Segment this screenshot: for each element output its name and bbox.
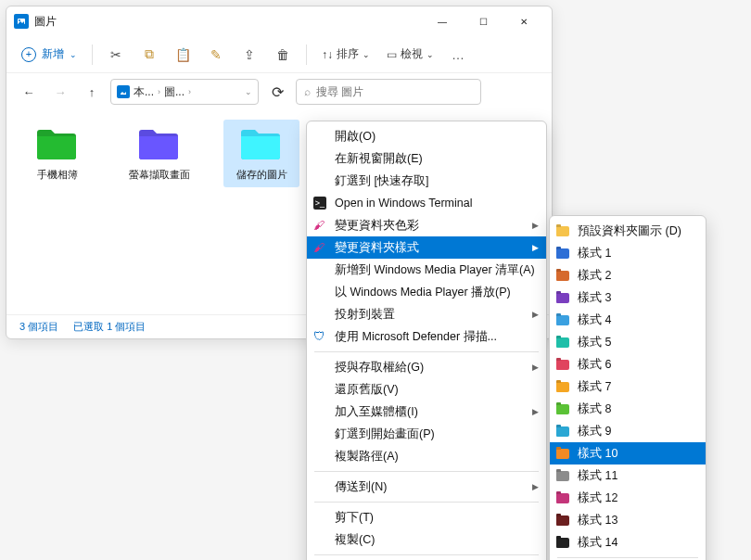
- separator: [306, 45, 307, 65]
- share-icon[interactable]: ⇪: [235, 41, 263, 69]
- chevron-right-icon: ›: [188, 87, 191, 96]
- close-button[interactable]: ✕: [503, 7, 544, 35]
- menu-item[interactable]: 複製(C): [307, 528, 546, 551]
- menu-item[interactable]: 剪下(T): [307, 506, 546, 528]
- menu-item[interactable]: 預設資料夾圖示 (D): [550, 220, 706, 242]
- menu-item-label: 投射到裝置: [335, 307, 395, 323]
- menu-item[interactable]: 🖌變更資料夾樣式▶: [307, 236, 546, 259]
- separator: [92, 45, 93, 65]
- menu-item[interactable]: 樣式 6: [550, 353, 706, 375]
- new-button[interactable]: + 新增 ⌄: [16, 43, 83, 66]
- menu-item-label: 變更資料夾樣式: [335, 240, 419, 256]
- menu-item[interactable]: 🛡使用 Microsoft Defender 掃描...: [307, 325, 546, 348]
- menu-item-label: 在新視窗開啟(E): [335, 151, 423, 167]
- menu-item[interactable]: 樣式 14: [550, 531, 706, 554]
- chevron-right-icon: ▶: [532, 221, 539, 230]
- shield-icon: 🛡: [312, 329, 327, 344]
- sort-dropdown[interactable]: ↑↓ 排序 ⌄: [316, 43, 376, 66]
- chevron-down-icon[interactable]: ⌄: [245, 87, 252, 96]
- menu-item[interactable]: 授與存取權給(G)▶: [307, 356, 546, 378]
- folder-color-icon: [555, 290, 570, 305]
- menu-item-label: 以 Windows Media Player 播放(P): [335, 285, 511, 300]
- menu-item[interactable]: 開啟(O): [307, 125, 546, 147]
- menu-item[interactable]: 複製路徑(A): [307, 445, 546, 467]
- rename-icon[interactable]: ✎: [202, 41, 230, 69]
- menu-separator: [314, 471, 539, 472]
- new-button-label: 新增: [42, 46, 64, 62]
- search-input[interactable]: [316, 85, 473, 98]
- sub-context-menu: 預設資料夾圖示 (D)樣式 1樣式 2樣式 3樣式 4樣式 5樣式 6樣式 7樣…: [549, 215, 706, 560]
- menu-item[interactable]: 樣式 11: [550, 465, 706, 487]
- chevron-right-icon: ›: [158, 87, 160, 96]
- menu-item[interactable]: 新增到 Windows Media Player 清單(A): [307, 259, 546, 281]
- menu-separator: [314, 554, 539, 555]
- menu-item-label: 樣式 5: [578, 335, 611, 350]
- menu-item[interactable]: 樣式 10: [550, 442, 706, 465]
- chevron-down-icon: ⌄: [70, 50, 77, 59]
- copy-icon[interactable]: ⧉: [135, 41, 163, 69]
- menu-item-label: 還原舊版(V): [335, 382, 399, 398]
- back-button[interactable]: ←: [16, 79, 42, 105]
- more-button[interactable]: …: [445, 41, 473, 69]
- refresh-button[interactable]: ⟳: [264, 79, 290, 105]
- menu-item-label: 傳送到(N): [335, 479, 387, 495]
- menu-item[interactable]: 樣式 9: [550, 420, 706, 442]
- menu-item[interactable]: 釘選到 [快速存取]: [307, 170, 546, 192]
- folder-item[interactable]: 螢幕擷取畫面: [121, 120, 197, 187]
- folder-item[interactable]: 手機相簿: [19, 120, 95, 187]
- folder-icon: [238, 125, 285, 162]
- menu-item[interactable]: 樣式 8: [550, 398, 706, 420]
- menu-item-label: 複製(C): [335, 532, 375, 548]
- view-dropdown[interactable]: ▭ 檢視 ⌄: [381, 43, 439, 66]
- menu-item[interactable]: 樣式 5: [550, 331, 706, 353]
- menu-item-label: 樣式 3: [578, 290, 611, 306]
- plus-icon: +: [21, 47, 36, 62]
- menu-item[interactable]: 樣式 13: [550, 509, 706, 531]
- menu-item[interactable]: 還原舊版(V): [307, 378, 546, 401]
- cut-icon[interactable]: ✂: [102, 41, 130, 69]
- crumb-current: 圖...: [164, 84, 185, 100]
- menu-item-label: 加入至媒體櫃(I): [335, 404, 418, 420]
- chevron-right-icon: ▶: [532, 407, 539, 416]
- menu-item[interactable]: 樣式 3: [550, 286, 706, 309]
- chevron-down-icon: ⌄: [363, 50, 370, 59]
- menu-item[interactable]: 以 Windows Media Player 播放(P): [307, 281, 546, 303]
- up-button[interactable]: ↑: [79, 79, 105, 105]
- minimize-button[interactable]: —: [422, 7, 463, 35]
- menu-item-label: 使用 Microsoft Defender 掃描...: [335, 329, 497, 345]
- menu-item-label: 樣式 10: [578, 446, 617, 462]
- menu-item[interactable]: 樣式 4: [550, 309, 706, 331]
- menu-separator: [557, 557, 698, 558]
- folder-item[interactable]: 儲存的圖片: [223, 120, 299, 187]
- folder-label: 儲存的圖片: [236, 168, 287, 182]
- address-bar[interactable]: 本... › 圖... › ⌄: [110, 79, 259, 105]
- search-box[interactable]: ⌕: [296, 79, 481, 105]
- menu-item[interactable]: 在新視窗開啟(E): [307, 147, 546, 170]
- titlebar: 圖片 — ☐ ✕: [6, 6, 552, 36]
- paste-icon[interactable]: 📋: [169, 41, 197, 69]
- menu-item[interactable]: 樣式 7: [550, 375, 706, 398]
- folder-color-icon: [555, 535, 570, 550]
- menu-item[interactable]: 樣式 2: [550, 264, 706, 286]
- menu-item-label: 釘選到開始畫面(P): [335, 426, 435, 442]
- menu-item-label: 樣式 7: [578, 379, 611, 395]
- terminal-icon: >_: [312, 196, 327, 210]
- maximize-button[interactable]: ☐: [463, 7, 503, 35]
- menu-item-label: 樣式 12: [578, 490, 617, 506]
- menu-item[interactable]: 加入至媒體櫃(I)▶: [307, 401, 546, 423]
- menu-item-label: 樣式 13: [578, 513, 617, 528]
- delete-icon[interactable]: 🗑: [269, 41, 297, 69]
- menu-item[interactable]: 投射到裝置▶: [307, 303, 546, 325]
- nav-row: ← → ↑ 本... › 圖... › ⌄ ⟳ ⌕: [6, 73, 552, 110]
- menu-item[interactable]: 樣式 1: [550, 242, 706, 264]
- menu-item-label: 樣式 4: [578, 312, 611, 328]
- forward-button[interactable]: →: [47, 79, 73, 105]
- picture-icon: [117, 85, 130, 98]
- view-label: 檢視: [401, 46, 423, 62]
- chevron-right-icon: ▶: [532, 482, 539, 491]
- menu-item[interactable]: >_Open in Windows Terminal: [307, 192, 546, 214]
- menu-item[interactable]: 樣式 12: [550, 487, 706, 509]
- menu-item[interactable]: 傳送到(N)▶: [307, 476, 546, 498]
- menu-item[interactable]: 釘選到開始畫面(P): [307, 423, 546, 445]
- menu-item[interactable]: 🖌變更資料夾色彩▶: [307, 214, 546, 236]
